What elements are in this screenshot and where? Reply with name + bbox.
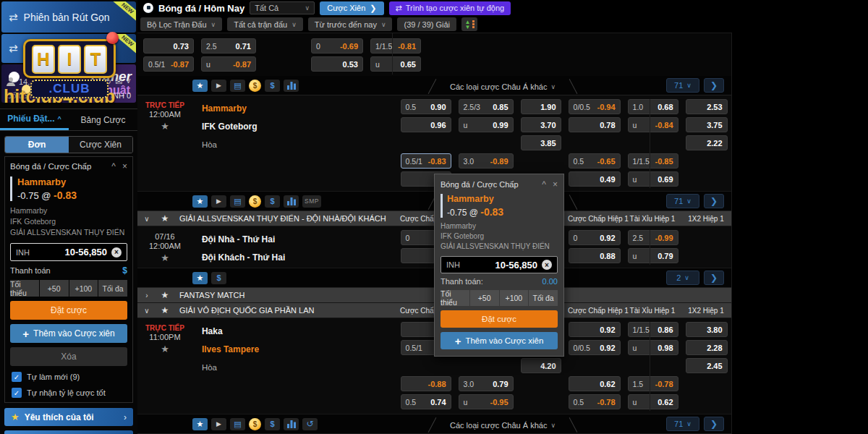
odds-cell[interactable]: 2.22 (686, 135, 728, 150)
stake-max-button[interactable]: Tối đa (98, 280, 127, 297)
team-name[interactable]: IFK Goteborg (202, 117, 395, 135)
place-bet-button[interactable]: Đặt cược (10, 301, 127, 320)
play-icon[interactable]: ▶ (211, 80, 226, 92)
clear-stake-icon[interactable]: × (542, 260, 552, 270)
team-name[interactable]: Hòa (202, 358, 395, 376)
dollar-icon[interactable]: $ (265, 80, 280, 92)
favorite-star-icon[interactable]: ★ (137, 121, 192, 132)
coin-icon[interactable]: $ (249, 418, 261, 430)
star-icon[interactable]: ★ (192, 80, 208, 92)
stake-max-button[interactable]: Tối đa (529, 290, 558, 306)
odds-cell[interactable]: 1.00.68 (628, 99, 678, 114)
card-icon[interactable]: ▤ (230, 80, 245, 92)
odds-cell[interactable]: 3.00.79 (459, 376, 514, 391)
star-icon[interactable]: ★ (192, 195, 208, 208)
odds-cell[interactable]: 0.53 (311, 56, 363, 72)
league-collapse-icon[interactable]: ∨ (137, 215, 156, 223)
favorite-star-icon[interactable]: ★ (137, 344, 192, 354)
dollar-icon[interactable]: $ (265, 195, 280, 208)
odds-cell[interactable]: -0.88 (401, 376, 451, 391)
league-collapse-icon[interactable]: › (137, 292, 156, 299)
match-filter-button[interactable]: Bộ Lọc Trận Đấu∨ (140, 17, 222, 31)
clear-stake-icon[interactable]: × (111, 247, 122, 258)
odds-cell[interactable]: 0.5/1-0.83 (401, 153, 451, 169)
collapse-icon[interactable]: ^ (111, 161, 116, 171)
stake-min-button[interactable]: Tối thiểu (441, 290, 469, 306)
odds-cell[interactable]: 0/0.50.92 (569, 340, 621, 355)
odds-cell[interactable]: 0.96 (401, 117, 451, 132)
stake-min-button[interactable]: Tối thiểu (10, 280, 39, 297)
odds-cell[interactable]: 1/1.5-0.81 (370, 38, 421, 54)
odds-cell[interactable]: 3.70 (521, 117, 561, 132)
bars-icon[interactable] (284, 418, 299, 430)
odds-cell[interactable]: 0/0.5-0.94 (569, 99, 621, 114)
odds-cell[interactable]: u0.62 (628, 394, 678, 409)
tab-bet-slip[interactable]: Phiếu Đặt... ^ (0, 109, 69, 130)
odds-cell[interactable]: 0.62 (569, 376, 621, 391)
collapse-icon[interactable]: ^ (542, 179, 546, 190)
team-name[interactable]: Haka (202, 322, 395, 340)
odds-cell[interactable]: 1.90 (521, 99, 561, 114)
market-filter-select[interactable]: Tất Cả ∨ (250, 1, 315, 14)
checkbox-checked-icon[interactable]: ✓ (12, 388, 22, 398)
clear-slip-button[interactable]: Xóa (10, 347, 127, 366)
odds-cell[interactable]: 2.53 (686, 99, 728, 114)
odds-cell[interactable]: 1/1.5-0.85 (628, 153, 678, 169)
odds-cell[interactable]: u0.65 (370, 56, 421, 72)
market-count-dropdown[interactable]: 71∨ (666, 78, 699, 93)
favorite-star-icon[interactable]: ★ (137, 252, 192, 263)
odds-cell[interactable]: 1/1.50.86 (628, 322, 678, 337)
team-name[interactable]: Hòa (202, 135, 395, 153)
team-name[interactable]: Hammarby (202, 99, 395, 117)
clock-icon[interactable]: ↺ (302, 418, 318, 430)
auto-refresh-option[interactable]: ✓ Tự làm mới (9) (12, 372, 126, 382)
league-collapse-icon[interactable]: ∨ (137, 307, 156, 315)
league-count-button[interactable]: (39 / 39) Giải (397, 17, 456, 31)
place-bet-button[interactable]: Đặt cược (441, 310, 558, 328)
odds-cell[interactable]: u0.99 (459, 117, 514, 132)
odds-cell[interactable]: 0.5-0.65 (569, 153, 621, 169)
card-icon[interactable]: ▤ (230, 195, 245, 208)
checkbox-checked-icon[interactable]: ✓ (12, 372, 22, 382)
odds-cell[interactable]: 3.80 (686, 322, 728, 337)
smp-icon[interactable]: SMP (302, 195, 321, 208)
sort-icon[interactable]: ▲▼ (461, 17, 477, 31)
odds-cell[interactable]: 0.5/1-0.87 (143, 56, 194, 72)
odds-cell[interactable]: 0.50.90 (401, 99, 451, 114)
team-name[interactable]: Đội Nhà - Thứ Hai (202, 230, 395, 248)
play-icon[interactable]: ▶ (211, 195, 226, 208)
stake-plus100-button[interactable]: +100 (69, 280, 98, 297)
odds-cell[interactable]: 0.92 (569, 322, 621, 337)
odds-cell[interactable]: u0.69 (628, 171, 678, 187)
add-parlay-button[interactable]: + Thêm vào Cược xiên (10, 324, 127, 343)
favorites-banner[interactable]: ★ Yêu thích của tôi › (4, 408, 133, 426)
odds-cell[interactable]: 2.45 (686, 358, 728, 373)
next-page-button[interactable]: ❯ (704, 271, 724, 285)
odds-cell[interactable]: u0.79 (628, 248, 678, 263)
odds-cell[interactable]: 0.5-0.78 (569, 394, 621, 409)
coin-icon[interactable]: $ (249, 195, 261, 208)
team-name[interactable]: Đội Khách - Thứ Hai (202, 248, 395, 266)
odds-cell[interactable]: 0-0.69 (311, 38, 363, 54)
mail-icon[interactable]: ✉ (115, 77, 122, 87)
odds-cell[interactable]: 1.5-0.78 (628, 376, 678, 391)
odds-cell[interactable]: u0.98 (628, 340, 678, 355)
odds-cell[interactable]: 3.0-0.89 (459, 153, 514, 169)
more-asian-bets-tab[interactable]: Các loại cược Châu Á khác∨ (430, 417, 575, 433)
banner-lite-version[interactable]: ⇄ Phiên bản Rút Gọn NEW (1, 1, 136, 33)
odds-cell[interactable]: 3.75 (686, 117, 728, 132)
odds-cell[interactable]: u-0.84 (628, 117, 678, 132)
odds-cell[interactable]: 2.50.71 (201, 38, 256, 54)
next-page-button[interactable]: ❯ (704, 194, 724, 208)
odds-cell[interactable]: 2.28 (686, 340, 728, 355)
league-star-icon[interactable]: ★ (156, 290, 174, 300)
chevron-down-icon[interactable]: ˅ (126, 77, 131, 87)
odds-cell[interactable]: 0.78 (569, 117, 621, 132)
odds-cell[interactable]: 4.20 (521, 358, 561, 373)
dollar-icon[interactable]: $ (265, 418, 280, 430)
stake-input[interactable]: INH 10-56,850 × (10, 243, 127, 261)
stake-plus50-button[interactable]: +50 (470, 290, 499, 306)
all-matches-button[interactable]: Tất cả trận đấu∨ (227, 17, 303, 31)
bars-icon[interactable] (284, 80, 299, 92)
add-parlay-button[interactable]: + Thêm vào Cược xiên (441, 332, 558, 349)
